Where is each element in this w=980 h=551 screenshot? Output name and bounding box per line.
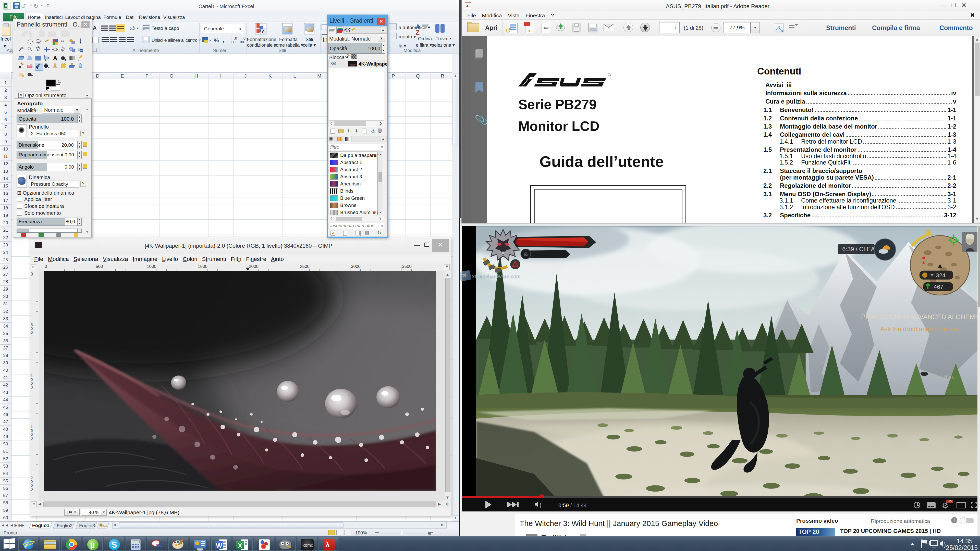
svg-text:467: 467 [934, 283, 943, 290]
svg-text:324: 324 [936, 272, 945, 279]
svg-text:PRACTICUM IN ADVANCED ALCHEMY: PRACTICUM IN ADVANCED ALCHEMY [861, 313, 978, 321]
svg-text:☠: ☠ [523, 251, 528, 257]
svg-text:Ask the druid about Gremist.: Ask the druid about Gremist. [880, 326, 960, 332]
svg-text:Snow Hare: Snow Hare [930, 374, 955, 380]
svg-text:6:39 / CLEAR: 6:39 / CLEAR [842, 246, 879, 252]
svg-text:®: ® [608, 73, 611, 77]
